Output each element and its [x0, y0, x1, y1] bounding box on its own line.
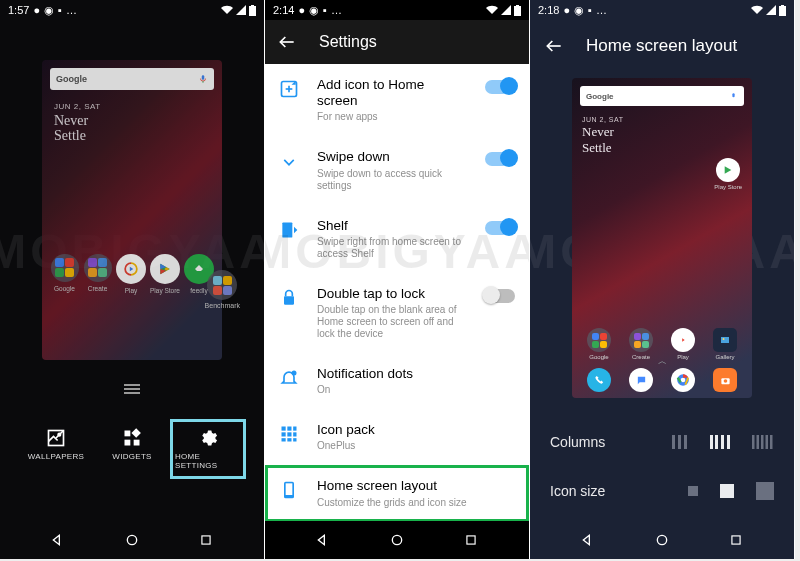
folder-benchmark[interactable]: Benchmark	[205, 270, 240, 309]
nav-bar	[0, 521, 264, 559]
svg-rect-53	[721, 337, 729, 343]
app-create[interactable]: Create	[83, 254, 112, 294]
mic-icon	[729, 92, 738, 101]
status-overflow: …	[596, 4, 607, 16]
mini-app: Play Store	[714, 158, 742, 190]
signal-icon	[501, 5, 511, 15]
svg-rect-47	[779, 6, 786, 16]
search-bar[interactable]: Google	[50, 68, 214, 90]
plus-box-icon	[279, 79, 299, 99]
svg-rect-65	[727, 435, 730, 449]
iconsize-option-small[interactable]	[688, 486, 698, 496]
columns-control: Columns	[550, 418, 774, 466]
status-overflow: …	[331, 4, 342, 16]
nav-back-icon[interactable]	[49, 531, 67, 549]
nav-home-icon[interactable]	[388, 531, 406, 549]
status-time: 2:18	[538, 4, 559, 16]
svg-rect-35	[293, 432, 296, 436]
row-icon-pack[interactable]: Icon packOnePlus	[265, 409, 529, 465]
svg-marker-27	[294, 226, 297, 233]
svg-rect-19	[202, 536, 210, 544]
columns-option-4[interactable]	[710, 435, 730, 449]
svg-point-18	[127, 535, 136, 544]
status-more-icon: ▪	[588, 4, 592, 16]
row-home-screen-layout[interactable]: Home screen layoutCustomize the grids an…	[265, 465, 529, 521]
iconsize-option-medium[interactable]	[720, 484, 734, 498]
columns-option-3[interactable]	[672, 435, 688, 449]
drag-handle-icon[interactable]	[123, 384, 141, 394]
svg-line-12	[56, 431, 64, 439]
toggle[interactable]	[485, 80, 515, 94]
toggle[interactable]	[485, 152, 515, 166]
battery-icon	[514, 5, 521, 16]
svg-point-75	[657, 535, 666, 544]
svg-rect-0	[249, 6, 256, 16]
status-time: 1:57	[8, 4, 29, 16]
svg-rect-32	[293, 427, 296, 431]
svg-rect-70	[770, 435, 773, 449]
app-play[interactable]: Play	[116, 254, 146, 294]
toggle[interactable]	[485, 221, 515, 235]
row-shelf[interactable]: ShelfSwipe right from home screen to acc…	[265, 205, 529, 273]
status-more-icon: ▪	[58, 4, 62, 16]
columns-label: Columns	[550, 434, 605, 450]
svg-rect-46	[467, 536, 475, 544]
svg-rect-20	[514, 6, 521, 16]
svg-rect-28	[284, 296, 294, 304]
nav-recent-icon[interactable]	[462, 531, 480, 549]
status-chat-icon: ●	[298, 4, 305, 16]
editor-buttons: WALLPAPERS WIDGETS HOME SETTINGS	[0, 422, 264, 476]
dock-chrome	[664, 368, 702, 392]
search-placeholder: Google	[56, 74, 87, 84]
preview-dock	[580, 368, 744, 392]
svg-rect-67	[757, 435, 760, 449]
signal-icon	[766, 5, 776, 15]
svg-rect-14	[125, 440, 131, 446]
phone-icon	[279, 480, 299, 500]
mini-app-gallery: Gallery	[706, 328, 744, 360]
back-icon[interactable]	[277, 32, 297, 52]
svg-rect-31	[287, 427, 291, 431]
settings-list: Add icon to Home screenFor new apps Swip…	[265, 64, 529, 559]
columns-option-5[interactable]	[752, 435, 774, 449]
settings-header: Settings	[265, 20, 529, 64]
row-swipe-down[interactable]: Swipe downSwipe down to access quick set…	[265, 136, 529, 204]
svg-rect-64	[721, 435, 724, 449]
home-settings-button[interactable]: HOME SETTINGS	[173, 422, 243, 476]
wallpapers-button[interactable]: WALLPAPERS	[21, 422, 91, 476]
row-notification-dots[interactable]: Notification dotsOn	[265, 353, 529, 409]
tagline-1: Never	[582, 124, 742, 140]
svg-rect-50	[732, 93, 734, 97]
toggle[interactable]	[485, 289, 515, 303]
svg-rect-30	[282, 427, 286, 431]
widgets-button[interactable]: WIDGETS	[97, 422, 167, 476]
battery-icon	[249, 5, 256, 16]
svg-rect-60	[678, 435, 681, 449]
iconsize-option-large[interactable]	[756, 482, 774, 500]
tagline-2: Settle	[582, 140, 742, 156]
tagline-2: Settle	[54, 128, 210, 143]
nav-recent-icon[interactable]	[727, 531, 745, 549]
mini-app-play: Play	[664, 328, 702, 360]
app-google[interactable]: Google	[50, 254, 79, 294]
nav-recent-icon[interactable]	[197, 531, 215, 549]
widgets-icon	[122, 428, 142, 448]
app-playstore[interactable]: Play Store	[150, 254, 180, 294]
nav-back-icon[interactable]	[314, 531, 332, 549]
screen-home-layout: 2:18 ● ◉ ▪ … Home screen layout MOBIGYAA…	[530, 0, 795, 559]
gear-icon	[198, 428, 218, 448]
row-double-tap-lock[interactable]: Double tap to lockDouble tap on the blan…	[265, 273, 529, 353]
svg-rect-73	[756, 482, 774, 500]
dock-camera	[706, 368, 744, 392]
homescreen-preview[interactable]: Google JUN 2, SAT Never Settle Benchmark…	[42, 60, 222, 360]
row-add-icon[interactable]: Add icon to Home screenFor new apps	[265, 64, 529, 136]
svg-rect-68	[761, 435, 764, 449]
nav-home-icon[interactable]	[123, 531, 141, 549]
arrow-down-icon	[279, 151, 299, 171]
back-icon[interactable]	[544, 36, 564, 56]
nav-home-icon[interactable]	[653, 531, 671, 549]
svg-rect-38	[293, 438, 296, 441]
wifi-icon	[751, 5, 763, 15]
nav-back-icon[interactable]	[579, 531, 597, 549]
svg-rect-63	[715, 435, 718, 449]
